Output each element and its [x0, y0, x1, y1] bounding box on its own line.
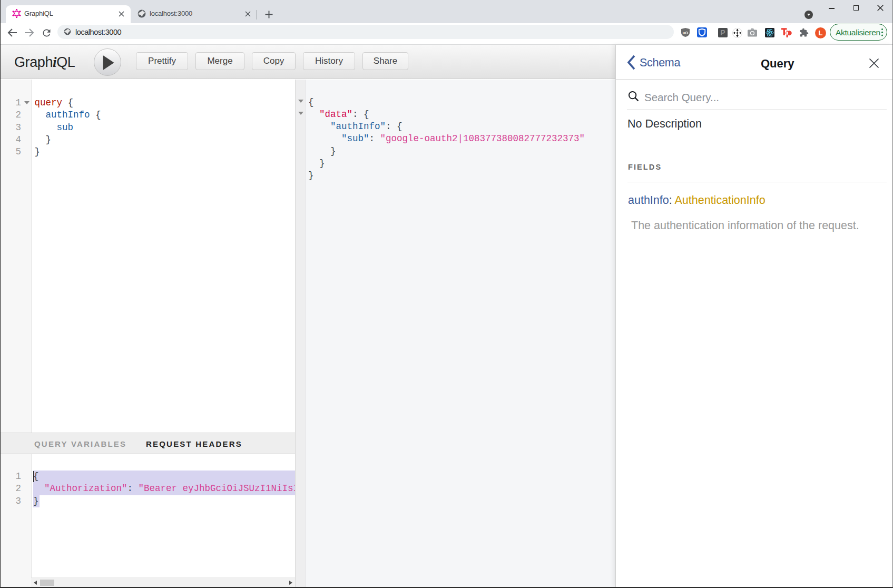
svg-text:uO: uO [683, 31, 689, 35]
